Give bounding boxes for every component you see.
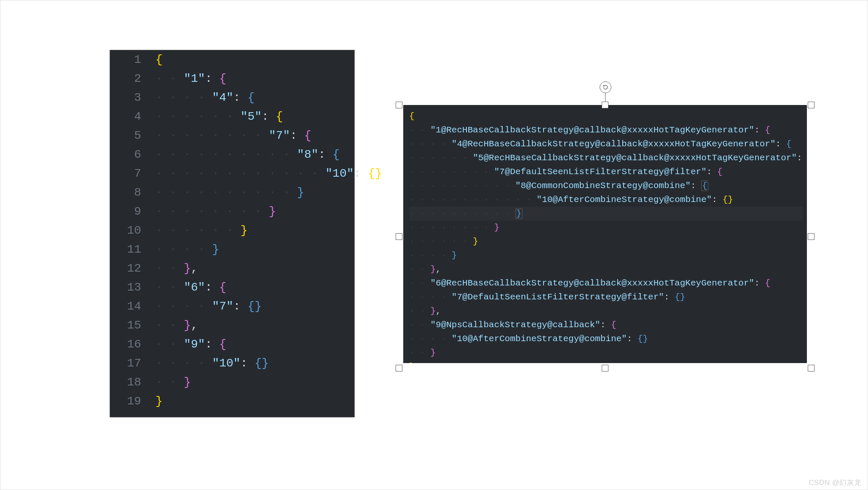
resize-handle-sw[interactable] [396,365,402,372]
resize-handle-e[interactable] [808,233,814,240]
code-line: · · · · } [409,248,803,262]
code-line: · · · · · · · · "7@DefaultSeenListFilter… [409,165,803,179]
rotate-handle[interactable] [600,81,611,93]
resize-handle-se[interactable] [808,365,814,372]
line-number: 12 [110,259,149,278]
code-line: } [409,360,803,363]
line-number: 19 [110,392,149,411]
code-line: · · · · · · · · · · · · "10": {} [155,164,354,183]
rotate-icon [602,84,609,91]
code-line: · · · · · · } [409,234,803,248]
left-gutter: 12345678910111213141516171819 [110,50,149,417]
line-number: 17 [110,354,149,373]
code-line: · · "1@RecHBaseCallbackStrategy@callback… [409,123,803,137]
code-line: · · }, [155,316,354,335]
code-line: · · · · · · "5": { [155,107,354,126]
code-line: · · · · · · · · · · } [155,183,354,202]
right-code-editor: {· · "1@RecHBaseCallbackStrategy@callbac… [403,105,807,363]
line-number: 18 [110,373,149,392]
code-line: · · · · "4@RecHBaseCallbackStrategy@call… [409,137,803,151]
code-line: · · · · · · · · · · "8": { [155,145,354,164]
code-line: · · "1": { [155,69,354,88]
line-number: 15 [110,316,149,335]
code-line: · · · · · · · · · · · · "10@AfterCombine… [409,193,803,207]
line-number: 6 [110,145,149,164]
code-line: { [155,50,354,69]
code-line: · · "6@RecHBaseCallbackStrategy@callback… [409,276,803,290]
code-line: · · } [155,373,354,392]
code-line: · · · · "10": {} [155,354,354,373]
code-line: · · · · } [155,240,354,259]
canvas: 12345678910111213141516171819 {· · "1": … [0,0,868,490]
code-line: · · · · "7": {} [155,297,354,316]
line-number: 11 [110,240,149,259]
line-number: 9 [110,202,149,221]
code-line: · · · · · · · · · · "8@CommonCombineStra… [409,179,803,193]
resize-handle-w[interactable] [396,233,402,240]
code-line: · · · · "10@AfterCombineStrategy@combine… [409,332,803,346]
line-number: 14 [110,297,149,316]
code-line: · · · · "4": { [155,88,354,107]
line-number: 3 [110,88,149,107]
line-number: 7 [110,164,149,183]
resize-handle-n[interactable] [602,102,608,108]
line-number: 13 [110,278,149,297]
left-code-area[interactable]: {· · "1": {· · · · "4": {· · · · · · "5"… [155,50,354,411]
line-number: 16 [110,335,149,354]
line-number: 1 [110,50,149,69]
code-line: · · · · · · · · } [409,221,803,234]
line-number: 10 [110,221,149,240]
resize-handle-nw[interactable] [396,102,402,108]
code-line: · · }, [155,259,354,278]
code-line: · · "9@NpsCallbackStrategy@callback": { [409,318,803,332]
code-line: · · · · · · "5@RecHBaseCallbackStrategy@… [409,151,803,165]
code-line: · · "6": { [155,278,354,297]
left-code-editor[interactable]: 12345678910111213141516171819 {· · "1": … [110,50,354,417]
resize-handle-ne[interactable] [808,102,814,108]
line-number: 5 [110,126,149,145]
selected-image-object[interactable]: {· · "1@RecHBaseCallbackStrategy@callbac… [396,105,814,368]
code-line: · · · · · · · · } [155,202,354,221]
code-line: · · · · · · } [155,221,354,240]
resize-handle-s[interactable] [602,365,608,372]
line-number: 4 [110,107,149,126]
code-line: · · }, [409,304,803,318]
code-line: · · · · "7@DefaultSeenListFilterStrategy… [409,290,803,304]
code-line: · · · · · · · · · · } [409,207,803,221]
code-line: · · } [409,346,803,360]
watermark: CSDN @幻灰龙 [809,478,862,487]
code-line: · · · · · · · · "7": { [155,126,354,145]
line-number: 8 [110,183,149,202]
line-number: 2 [110,69,149,88]
code-line: { [409,109,803,123]
code-line: } [155,392,354,411]
code-line: · · }, [409,262,803,276]
code-line: · · "9": { [155,335,354,354]
